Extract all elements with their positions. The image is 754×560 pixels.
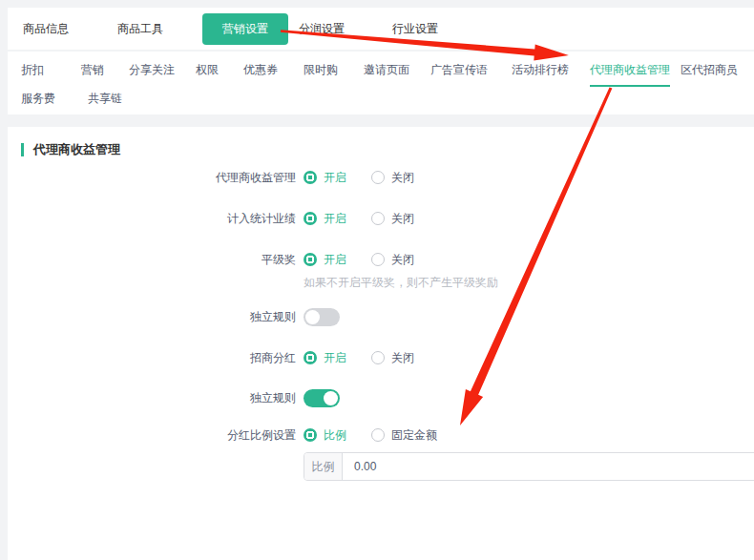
radio-option-label: 关闭 [391,170,414,186]
nav-flash-sale[interactable]: 限时购 [304,62,338,78]
row-label: 计入统计业绩 [8,211,296,227]
toggle-knob [324,391,338,405]
nav-permissions[interactable]: 权限 [196,62,219,78]
sub-nav-row-1: 折扣 营销 分享关注 权限 优惠券 限时购 邀请页面 广告宣传语 活动排行榜 代… [21,61,754,78]
agent-revenue-panel: 代理商收益管理 代理商收益管理 开启 关闭 计入统计业绩 开启 关闭 [8,127,754,560]
radio-selected-icon[interactable] [304,253,317,266]
nav-ad-slogan[interactable]: 广告宣传语 [430,62,488,78]
nav-activity-ranking[interactable]: 活动排行榜 [512,62,569,78]
row-label: 招商分红 [8,350,296,366]
radio-option-ratio[interactable]: 比例 [304,427,346,444]
form-row-investment-dividend: 招商分红 开启 关闭 [8,348,754,367]
radio-option-label: 关闭 [391,252,414,268]
form-row-count-statistics: 计入统计业绩 开启 关闭 [8,209,754,228]
nav-discount[interactable]: 折扣 [21,62,44,78]
sub-nav: 折扣 营销 分享关注 权限 优惠券 限时购 邀请页面 广告宣传语 活动排行榜 代… [8,52,754,114]
settings-form: 代理商收益管理 开启 关闭 计入统计业绩 开启 关闭 平级奖 [8,168,754,481]
header-accent-bar [21,143,24,156]
radio-unselected-icon[interactable] [371,253,385,266]
radio-option-label: 固定金额 [391,427,437,444]
nav-share-follow[interactable]: 分享关注 [129,62,175,78]
nav-agent-revenue-management[interactable]: 代理商收益管理 [590,62,670,78]
nav-district-agent-recruiter[interactable]: 区代招商员 [681,62,738,78]
row-label: 代理商收益管理 [8,170,296,186]
ratio-input[interactable] [343,453,754,480]
radio-option-on[interactable]: 开启 [304,252,346,268]
independent-rule-toggle-off[interactable] [304,308,340,326]
row-label: 平级奖 [8,252,296,268]
form-row-peer-award: 平级奖 开启 关闭 [8,250,754,269]
tab-marketing-settings[interactable]: 营销设置 [202,13,288,45]
radio-option-fixed-amount[interactable]: 固定金额 [371,427,437,444]
nav-coupons[interactable]: 优惠券 [243,62,278,78]
radio-option-on[interactable]: 开启 [304,350,346,366]
nav-marketing[interactable]: 营销 [81,62,104,78]
radio-option-off[interactable]: 关闭 [371,350,414,366]
nav-invite-page[interactable]: 邀请页面 [364,62,409,78]
row-label: 独立规则 [8,309,296,325]
radio-option-label: 开启 [324,350,346,366]
tab-product-info[interactable]: 商品信息 [23,21,69,37]
radio-option-label: 比例 [324,427,346,444]
radio-option-on[interactable]: 开启 [304,170,346,186]
tab-profit-settings[interactable]: 分润设置 [299,21,345,37]
nav-service-fee[interactable]: 服务费 [21,91,55,107]
radio-unselected-icon[interactable] [371,351,385,364]
form-row-independent-rule-2: 独立规则 [8,388,754,407]
form-row-independent-rule-1: 独立规则 [8,307,754,326]
row-label: 分红比例设置 [8,427,296,444]
radio-option-label: 关闭 [391,350,414,366]
sub-nav-row-2: 服务费 共享链 [21,90,754,107]
tab-product-tools[interactable]: 商品工具 [117,21,163,37]
radio-selected-icon[interactable] [304,351,317,364]
radio-selected-icon[interactable] [304,171,317,184]
radio-option-label: 开启 [324,170,346,186]
panel-title: 代理商收益管理 [33,141,120,158]
radio-selected-icon[interactable] [304,428,317,442]
ratio-input-group: 比例 [304,452,754,481]
radio-unselected-icon[interactable] [371,171,385,184]
independent-rule-toggle-on[interactable] [304,389,340,407]
radio-option-label: 开启 [324,252,346,268]
form-row-agent-revenue: 代理商收益管理 开启 关闭 [8,168,754,187]
peer-award-note: 如果不开启平级奖，则不产生平级奖励 [304,275,754,288]
row-label: 独立规则 [8,390,296,406]
radio-unselected-icon[interactable] [371,212,385,225]
radio-unselected-icon[interactable] [371,428,385,442]
nav-share-chain[interactable]: 共享链 [88,91,122,107]
radio-selected-icon[interactable] [304,212,317,225]
radio-option-on[interactable]: 开启 [304,211,346,227]
radio-option-off[interactable]: 关闭 [371,211,414,227]
ratio-input-prefix: 比例 [304,453,343,480]
form-row-dividend-ratio: 分红比例设置 比例 固定金额 [8,425,754,445]
radio-option-off[interactable]: 关闭 [371,252,414,268]
tab-industry-settings[interactable]: 行业设置 [392,21,438,37]
panel-header: 代理商收益管理 [21,140,754,159]
top-tab-bar: 商品信息 商品工具 营销设置 分润设置 行业设置 [8,8,754,50]
radio-option-label: 关闭 [391,211,414,227]
toggle-knob [305,310,320,324]
radio-option-off[interactable]: 关闭 [371,170,414,186]
radio-option-label: 开启 [324,211,346,227]
